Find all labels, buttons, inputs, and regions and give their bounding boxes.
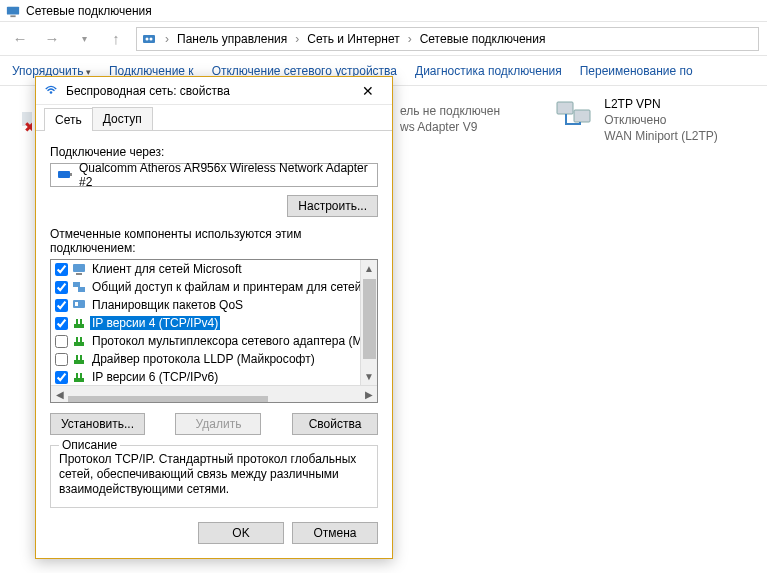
breadcrumb-item[interactable]: Сеть и Интернет	[307, 32, 399, 46]
connection-name: L2TP VPN	[604, 96, 718, 112]
adapter-name: Qualcomm Atheros AR956x Wireless Network…	[79, 161, 371, 189]
nav-up-button[interactable]: ↑	[104, 27, 128, 51]
svg-rect-2	[143, 35, 155, 43]
scroll-left-icon[interactable]: ◀	[51, 386, 68, 402]
breadcrumb-item[interactable]: Сетевые подключения	[420, 32, 546, 46]
component-label: Драйвер протокола LLDP (Майкрософт)	[90, 352, 317, 366]
svg-rect-15	[78, 287, 85, 292]
protocol-icon	[72, 370, 86, 384]
description-legend: Описание	[59, 438, 120, 452]
dialog-body: Подключение через: Qualcomm Atheros AR95…	[36, 131, 392, 512]
component-checkbox[interactable]	[55, 263, 68, 276]
nav-forward-button[interactable]: →	[40, 27, 64, 51]
component-label: Планировщик пакетов QoS	[90, 298, 245, 312]
dialog-footer: OK Отмена	[36, 512, 392, 558]
description-group: Описание Протокол TCP/IP. Стандартный пр…	[50, 445, 378, 508]
scroll-right-icon[interactable]: ▶	[360, 386, 377, 402]
components-label: Отмеченные компоненты используются этим …	[50, 227, 378, 255]
component-item[interactable]: Клиент для сетей Microsoft	[51, 260, 360, 278]
install-button[interactable]: Установить...	[50, 413, 145, 435]
properties-button[interactable]: Свойства	[292, 413, 378, 435]
close-icon: ✕	[362, 83, 374, 99]
component-item[interactable]: Драйвер протокола LLDP (Майкрософт)	[51, 350, 360, 368]
dialog-tabstrip: Сеть Доступ	[36, 107, 392, 131]
rename-button[interactable]: Переименование по	[580, 64, 693, 78]
breadcrumb-bar[interactable]: › Панель управления › Сеть и Интернет › …	[136, 27, 759, 51]
component-checkbox[interactable]	[55, 317, 68, 330]
scroll-up-icon[interactable]: ▲	[361, 260, 377, 277]
svg-rect-16	[73, 300, 85, 308]
component-checkbox[interactable]	[55, 335, 68, 348]
svg-rect-5	[557, 102, 573, 114]
dialog-title: Беспроводная сеть: свойства	[66, 84, 344, 98]
component-label: IP версии 6 (TCP/IPv6)	[90, 370, 220, 384]
component-item[interactable]: Протокол мультиплексора сетевого адаптер…	[51, 332, 360, 350]
chevron-right-icon[interactable]: ›	[404, 32, 416, 46]
nav-recent-dropdown[interactable]: ▾	[72, 27, 96, 51]
network-connections-icon	[6, 4, 20, 18]
svg-rect-24	[74, 360, 84, 364]
tab-network[interactable]: Сеть	[44, 108, 93, 131]
svg-rect-29	[80, 373, 82, 378]
component-label: Общий доступ к файлам и принтерам для се…	[90, 280, 360, 294]
svg-point-9	[50, 91, 53, 94]
protocol-icon	[72, 316, 86, 330]
connection-l2tp-vpn[interactable]: L2TP VPN Отключено WAN Miniport (L2TP)	[554, 96, 751, 563]
breadcrumb-item[interactable]: Панель управления	[177, 32, 287, 46]
horizontal-scrollbar[interactable]: ◀ ▶	[51, 385, 377, 402]
connect-using-label: Подключение через:	[50, 145, 378, 159]
protocol-icon	[72, 352, 86, 366]
share-icon	[72, 280, 86, 294]
properties-dialog: Беспроводная сеть: свойства ✕ Сеть Досту…	[35, 76, 393, 559]
component-checkbox[interactable]	[55, 299, 68, 312]
close-button[interactable]: ✕	[352, 80, 384, 102]
tab-access[interactable]: Доступ	[92, 107, 153, 130]
cancel-button[interactable]: Отмена	[292, 522, 378, 544]
scroll-down-icon[interactable]: ▼	[361, 368, 377, 385]
svg-rect-12	[73, 264, 85, 272]
component-checkbox[interactable]	[55, 353, 68, 366]
svg-rect-25	[76, 355, 78, 360]
remove-button[interactable]: Удалить	[175, 413, 261, 435]
svg-rect-0	[7, 6, 19, 14]
explorer-titlebar: Сетевые подключения	[0, 0, 767, 22]
vertical-scrollbar[interactable]: ▲ ▼	[360, 260, 377, 385]
scroll-thumb[interactable]	[363, 279, 376, 359]
component-item[interactable]: IP версии 4 (TCP/IPv4)	[51, 314, 360, 332]
svg-rect-14	[73, 282, 80, 287]
svg-rect-6	[574, 110, 590, 122]
qos-icon	[72, 298, 86, 312]
connection-details: L2TP VPN Отключено WAN Miniport (L2TP)	[604, 96, 718, 563]
svg-rect-27	[74, 378, 84, 382]
component-checkbox[interactable]	[55, 281, 68, 294]
component-item[interactable]: Планировщик пакетов QoS	[51, 296, 360, 314]
scroll-thumb[interactable]	[68, 396, 268, 403]
nav-back-button[interactable]: ←	[8, 27, 32, 51]
component-checkbox[interactable]	[55, 371, 68, 384]
svg-text:✖: ✖	[24, 119, 32, 134]
vpn-connection-icon	[554, 96, 594, 136]
explorer-title: Сетевые подключения	[26, 4, 152, 18]
component-label: Клиент для сетей Microsoft	[90, 262, 244, 276]
svg-rect-1	[10, 15, 15, 17]
connection-device: WAN Miniport (L2TP)	[604, 128, 718, 144]
svg-point-4	[150, 37, 153, 40]
svg-rect-21	[74, 342, 84, 346]
configure-button[interactable]: Настроить...	[287, 195, 378, 217]
svg-rect-10	[58, 171, 70, 178]
adapter-field[interactable]: Qualcomm Atheros AR956x Wireless Network…	[50, 163, 378, 187]
svg-rect-18	[74, 324, 84, 328]
component-item[interactable]: Общий доступ к файлам и принтерам для се…	[51, 278, 360, 296]
svg-rect-20	[80, 319, 82, 324]
components-listbox[interactable]: Клиент для сетей MicrosoftОбщий доступ к…	[50, 259, 378, 403]
chevron-right-icon[interactable]: ›	[161, 32, 173, 46]
svg-rect-17	[75, 302, 78, 306]
svg-rect-11	[70, 173, 72, 176]
ok-button[interactable]: OK	[198, 522, 284, 544]
component-item[interactable]: IP версии 6 (TCP/IPv6)	[51, 368, 360, 385]
chevron-right-icon[interactable]: ›	[291, 32, 303, 46]
component-label: Протокол мультиплексора сетевого адаптер…	[90, 334, 360, 348]
control-panel-icon	[141, 31, 157, 47]
disabled-connection-icon: ✖	[22, 110, 32, 134]
diagnose-button[interactable]: Диагностика подключения	[415, 64, 562, 78]
